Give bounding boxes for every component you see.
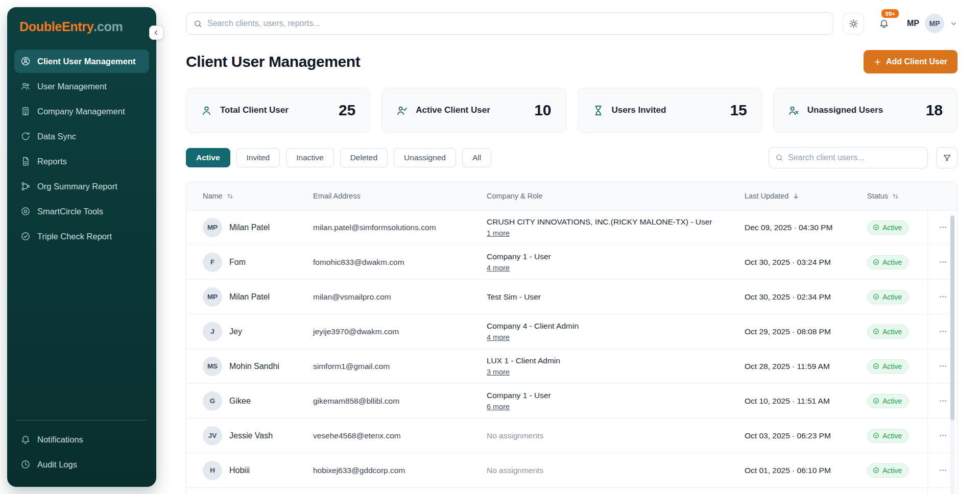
notification-count-badge: 99+ <box>880 8 900 19</box>
company-role: CRUSH CITY INNOVATIONS, INC.(RICKY MALON… <box>487 217 745 227</box>
sidebar-item-label: Company Management <box>37 107 125 116</box>
status-badge: Active <box>867 220 909 235</box>
user-email: milan@vsmailpro.com <box>313 292 391 301</box>
company-role: Company 1 - User <box>487 391 745 400</box>
sidebar-item-label: User Management <box>37 82 107 91</box>
filter-tab-active[interactable]: Active <box>186 148 230 167</box>
sort-both-icon[interactable] <box>226 192 234 200</box>
stat-card-users-invited: Users Invited 15 <box>578 88 762 133</box>
status-badge: Active <box>867 394 909 408</box>
stat-label: Total Client User <box>220 105 289 115</box>
table-row[interactable]: MP <box>186 488 958 494</box>
last-updated: Oct 01, 2025 · 06:10 PM <box>745 466 831 475</box>
table-row[interactable]: F Fom fomohic833@dwakm.com Company 1 - U… <box>186 245 958 280</box>
sidebar-item-company-management[interactable]: Company Management <box>14 100 149 123</box>
sidebar-item-notifications[interactable]: Notifications <box>14 428 149 451</box>
status-badge: Active <box>867 325 909 339</box>
filter-tab-unassigned[interactable]: Unassigned <box>394 148 456 167</box>
last-updated: Dec 09, 2025 · 04:30 PM <box>745 223 832 232</box>
more-companies-link[interactable]: 6 more <box>487 403 510 411</box>
column-header-company-role[interactable]: Company & Role <box>487 182 745 210</box>
filter-tab-invited[interactable]: Invited <box>236 148 280 167</box>
more-companies-link[interactable]: 1 more <box>487 229 510 237</box>
more-companies-link[interactable]: 4 more <box>487 333 510 341</box>
stat-card-total-client-user: Total Client User 25 <box>186 88 370 133</box>
user-avatar: MP <box>925 14 944 33</box>
bell-icon <box>20 434 31 444</box>
table-row[interactable]: MS Mohin Sandhi simform1@gmail.com LUX 1… <box>186 349 958 384</box>
table-scrollbar-thumb[interactable] <box>950 216 954 420</box>
more-companies-link[interactable]: 4 more <box>487 264 510 272</box>
document-icon <box>20 156 31 166</box>
sidebar-item-client-user-management[interactable]: Client User Management <box>14 50 149 73</box>
row-actions-button[interactable] <box>934 427 951 444</box>
avatar: JV <box>203 426 222 446</box>
table-row[interactable]: J Jey jeyije3970@dwakm.com Company 4 - C… <box>186 314 958 349</box>
sidebar-item-data-sync[interactable]: Data Sync <box>14 125 149 148</box>
user-x-icon <box>788 105 800 116</box>
column-header-email[interactable]: Email Address <box>313 182 487 210</box>
user-name: Jey <box>229 327 242 336</box>
status-badge: Active <box>867 463 909 478</box>
column-header-status[interactable]: Status <box>867 182 927 210</box>
sidebar-item-org-summary-report[interactable]: Org Summary Report <box>14 175 149 198</box>
sidebar-item-reports[interactable]: Reports <box>14 150 149 173</box>
row-actions-button[interactable] <box>934 254 951 271</box>
row-actions-button[interactable] <box>934 392 951 410</box>
filter-tab-deleted[interactable]: Deleted <box>340 148 388 167</box>
table-row[interactable]: H Hobiii hobixej633@gddcorp.com No assig… <box>186 453 958 488</box>
sidebar-item-user-management[interactable]: User Management <box>14 75 149 98</box>
target-circle-icon <box>20 206 31 216</box>
table-row[interactable]: MP Milan Patel milan@vsmailpro.com Test … <box>186 280 958 314</box>
client-users-search[interactable] <box>769 147 928 168</box>
filter-tab-inactive[interactable]: Inactive <box>286 148 333 167</box>
filter-right-controls <box>769 147 958 168</box>
company-role: Test Sim - User <box>487 292 745 302</box>
avatar: MS <box>203 357 222 376</box>
row-actions-button[interactable] <box>934 462 951 479</box>
table-row[interactable]: JV Jessie Vash vesehe4568@etenx.com No a… <box>186 418 958 453</box>
sidebar-item-smartcircle-tools[interactable]: SmartCircle Tools <box>14 200 149 223</box>
client-users-search-input[interactable] <box>788 153 921 162</box>
row-actions-button[interactable] <box>934 323 951 340</box>
column-header-name[interactable]: Name <box>186 182 313 210</box>
row-actions-button[interactable] <box>934 219 951 236</box>
stat-card-unassigned-users: Unassigned Users 18 <box>773 88 958 133</box>
column-header-last-updated[interactable]: Last Updated <box>745 182 867 210</box>
user-menu[interactable]: MP MP <box>907 14 958 33</box>
users-icon <box>20 81 31 91</box>
last-updated: Oct 03, 2025 · 06:23 PM <box>745 431 831 440</box>
status-badge: Active <box>867 290 909 304</box>
user-short-label: MP <box>907 19 919 28</box>
table-row[interactable]: G Gikee gikemam858@bllibl.com Company 1 … <box>186 384 958 418</box>
audit-log-icon <box>20 459 31 470</box>
theme-toggle-button[interactable] <box>843 13 864 34</box>
sidebar-item-triple-check-report[interactable]: Triple Check Report <box>14 225 149 248</box>
sidebar-collapse-button[interactable] <box>149 26 163 40</box>
global-search-input[interactable] <box>207 19 826 28</box>
sidebar-item-label: Org Summary Report <box>37 182 117 191</box>
sidebar-item-audit-logs[interactable]: Audit Logs <box>14 453 149 476</box>
add-client-user-button[interactable]: Add Client User <box>864 50 958 73</box>
sort-desc-icon[interactable] <box>792 192 800 200</box>
status-label: Active <box>882 258 902 266</box>
sort-both-icon[interactable] <box>892 192 899 200</box>
row-actions-button[interactable] <box>934 358 951 375</box>
sidebar-item-label: Data Sync <box>37 132 76 141</box>
sidebar-item-label: Reports <box>37 157 67 166</box>
main-content: 99+ MP MP Client User Management Add Cli… <box>163 0 980 494</box>
filter-tab-all[interactable]: All <box>462 148 491 167</box>
brand-logo[interactable]: DoubleEntry.com <box>14 18 149 34</box>
table-row[interactable]: MP Milan Patel milan.patel@simformsoluti… <box>186 210 958 245</box>
brand-name: DoubleEntry <box>19 19 93 34</box>
filter-funnel-button[interactable] <box>936 147 958 168</box>
more-companies-link[interactable]: 3 more <box>487 368 510 376</box>
global-search[interactable] <box>186 12 833 35</box>
column-label: Email Address <box>313 192 361 200</box>
status-label: Active <box>882 362 902 370</box>
company-role: Company 4 - Client Admin <box>487 322 745 331</box>
brand-suffix: .com <box>93 19 123 34</box>
user-email: simform1@gmail.com <box>313 362 390 370</box>
row-actions-button[interactable] <box>934 288 951 306</box>
column-label: Status <box>867 192 888 200</box>
